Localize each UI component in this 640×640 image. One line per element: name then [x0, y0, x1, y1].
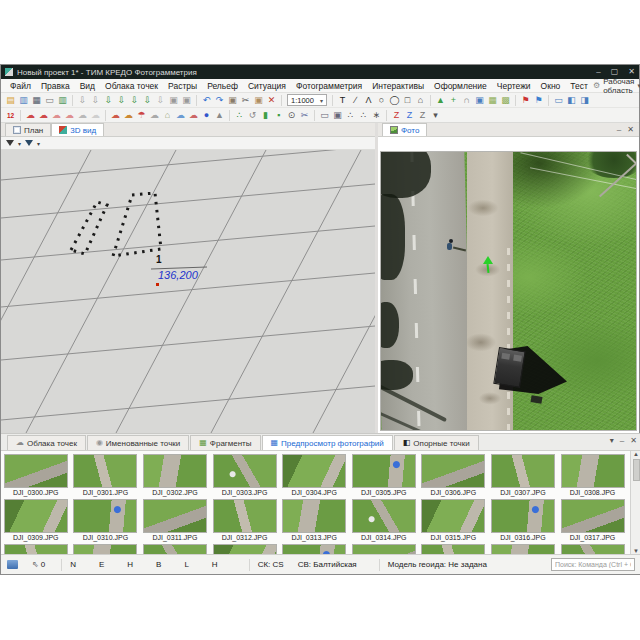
panel-minimize-button[interactable]: –	[617, 125, 621, 134]
menu-item[interactable]: Чертежи	[492, 81, 536, 91]
thumbnail-image[interactable]	[4, 544, 68, 554]
frame-image-icon[interactable]: ▣	[331, 109, 344, 122]
import-down-2-icon[interactable]: ⇩	[89, 94, 102, 107]
cloud-cut-icon[interactable]: ☁	[109, 109, 122, 122]
building-small-icon[interactable]: ▪	[272, 109, 285, 122]
thumbnail-image[interactable]	[561, 454, 625, 488]
umbrella-icon[interactable]: ☂	[135, 109, 148, 122]
points-b-icon[interactable]: ∴	[357, 109, 370, 122]
thumbnail-image[interactable]	[73, 454, 137, 488]
add-points-icon[interactable]: ∴	[233, 109, 246, 122]
thumbnail-image[interactable]	[421, 454, 485, 488]
cloud-orange-icon[interactable]: ☁	[122, 109, 135, 122]
cut-icon[interactable]: ✂	[239, 94, 252, 107]
thumbnail-image[interactable]	[282, 454, 346, 488]
thumbnail-image[interactable]	[561, 544, 625, 554]
points-a-icon[interactable]: ∴	[344, 109, 357, 122]
scrollbar-thumb[interactable]	[633, 459, 640, 481]
command-search-input[interactable]	[551, 558, 635, 571]
thumbnail-image[interactable]	[282, 499, 346, 533]
thumbnail-image[interactable]	[4, 454, 68, 488]
z-blue-icon[interactable]: Z	[403, 109, 416, 122]
points-count-icon[interactable]: 12	[4, 109, 17, 122]
line-tool-icon[interactable]: ∕	[349, 94, 362, 107]
cloud-slope-icon[interactable]: ▲	[213, 109, 226, 122]
thumbnail-image[interactable]	[143, 544, 207, 554]
menu-item[interactable]: Растры	[163, 81, 202, 91]
cloud-point-icon[interactable]: ●	[200, 109, 213, 122]
cloud-red-2-icon[interactable]: ☁	[37, 109, 50, 122]
tab-control-points[interactable]: ◧Опорные точки	[394, 435, 479, 450]
rect-tool-icon[interactable]: □	[401, 94, 414, 107]
tab-named-points[interactable]: ◉Именованные точки	[87, 435, 189, 450]
points-c-icon[interactable]: ∗	[370, 109, 383, 122]
import-dxf-icon[interactable]: ⇩	[141, 94, 154, 107]
window-right-icon[interactable]: ◨	[578, 94, 591, 107]
surface-icon[interactable]: ▲	[434, 94, 447, 107]
cloud-pink-2-icon[interactable]: ☁	[63, 109, 76, 122]
thumbnail-image[interactable]	[143, 454, 207, 488]
tab-fragments[interactable]: ▦Фрагменты	[190, 435, 260, 450]
thumbnail-image[interactable]	[73, 544, 137, 554]
ellipse-tool-icon[interactable]: ○	[375, 94, 388, 107]
window-left-icon[interactable]: ◧	[565, 94, 578, 107]
fit-view-icon[interactable]: ▭	[43, 94, 56, 107]
clipboard-icon[interactable]: ▣	[167, 94, 180, 107]
menu-item[interactable]: Окно	[536, 81, 566, 91]
cloud-ground-icon[interactable]: ☁	[148, 109, 161, 122]
dome-icon[interactable]: ∩	[460, 94, 473, 107]
building-icon[interactable]: ▮	[259, 109, 272, 122]
tab-plan[interactable]: План	[5, 123, 51, 136]
menu-item[interactable]: Вид	[75, 81, 100, 91]
panel-close-button[interactable]: ✕	[627, 125, 634, 134]
thumbnail-scrollbar[interactable]: ▲ ▼	[630, 451, 640, 554]
z-red-icon[interactable]: Z	[390, 109, 403, 122]
filter-3d-icon[interactable]	[25, 140, 33, 146]
delete-icon[interactable]: ✕	[265, 94, 278, 107]
open-project-icon[interactable]: ▤	[4, 94, 17, 107]
thumbnail-image[interactable]	[282, 544, 346, 554]
photo-view[interactable]	[380, 151, 637, 431]
cloud-blue-icon[interactable]: ☁	[174, 109, 187, 122]
cut-cloud-icon[interactable]: ✂	[298, 109, 311, 122]
import-xml-2-icon[interactable]: ⇩	[128, 94, 141, 107]
photo-marker[interactable]	[483, 256, 493, 264]
thumbnail-image[interactable]	[491, 499, 555, 533]
flag-red-icon[interactable]: ⚑	[519, 94, 532, 107]
flag-blue-icon[interactable]: ⚑	[532, 94, 545, 107]
image-frames-icon[interactable]: ▩	[499, 94, 512, 107]
thumbnail-image[interactable]	[421, 544, 485, 554]
menu-item[interactable]: Рельеф	[202, 81, 243, 91]
undo-icon[interactable]: ↶	[200, 94, 213, 107]
menu-item[interactable]: Оформление	[429, 81, 492, 91]
menu-item[interactable]: Облака точек	[100, 81, 163, 91]
tab-photo[interactable]: Фото	[382, 123, 427, 136]
panel-minimize-button[interactable]: –	[620, 436, 624, 445]
cloud-red-icon[interactable]: ☁	[24, 109, 37, 122]
thumbnail-image[interactable]	[491, 454, 555, 488]
thumbnail-image[interactable]	[213, 499, 277, 533]
clipboard-2-icon[interactable]: ▣	[180, 94, 193, 107]
menu-item[interactable]: Правка	[36, 81, 75, 91]
import-down-icon[interactable]: ⇩	[76, 94, 89, 107]
menu-item[interactable]: Интерактивы	[367, 81, 429, 91]
import-xml-icon[interactable]: ⇩	[115, 94, 128, 107]
redo-icon[interactable]: ↷	[213, 94, 226, 107]
image-frame-icon[interactable]: ▦	[486, 94, 499, 107]
menu-item[interactable]: Тест	[565, 81, 593, 91]
thumbnail-image[interactable]	[352, 454, 416, 488]
workspace-label[interactable]: Рабочая область	[603, 77, 634, 95]
cloud-rose-icon[interactable]: ☁	[187, 109, 200, 122]
thumbnail-image[interactable]	[421, 499, 485, 533]
panel-menu-icon[interactable]: ▾	[610, 436, 614, 445]
text-tool-icon[interactable]: T	[336, 94, 349, 107]
save-icon[interactable]: ▦	[30, 94, 43, 107]
table-view-icon[interactable]: ▥	[56, 94, 69, 107]
menu-item[interactable]: Фотограмметрия	[291, 81, 367, 91]
import-dat-icon[interactable]: ⇩	[102, 94, 115, 107]
import-project-icon[interactable]: ▥	[17, 94, 30, 107]
search-cloud-icon[interactable]: ⊙	[285, 109, 298, 122]
menu-item[interactable]: Файл	[5, 81, 36, 91]
trace-icon[interactable]: ↺	[246, 109, 259, 122]
circle-tool-icon[interactable]: ◯	[388, 94, 401, 107]
